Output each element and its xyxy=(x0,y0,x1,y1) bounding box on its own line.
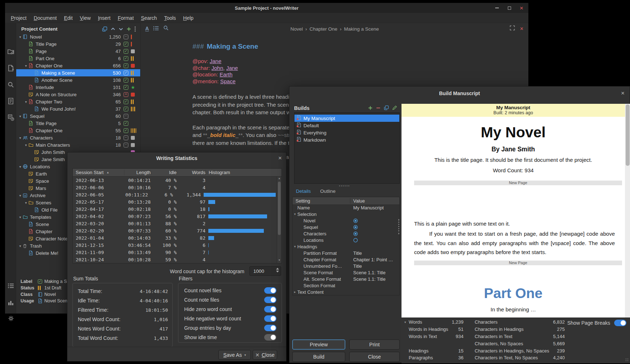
included-checkbox[interactable]: ✓ xyxy=(124,99,128,104)
setting-row-partition-format[interactable]: Partition FormatTitle xyxy=(293,250,399,256)
tag-link[interactable]: Space xyxy=(220,78,236,84)
toggle-hide-negative-word-count[interactable] xyxy=(264,315,276,322)
included-checkbox[interactable]: ✓ xyxy=(124,128,128,133)
session-row[interactable]: 2022-06-1300:14:21 40 %3 xyxy=(73,177,281,184)
close-button[interactable]: ✕Close xyxy=(253,350,277,360)
close-button[interactable]: Close xyxy=(349,352,400,362)
included-checkbox[interactable]: ✓ xyxy=(124,49,128,54)
scrollbar-handle[interactable] xyxy=(278,182,281,235)
included-checkbox[interactable]: ✓ xyxy=(124,56,128,61)
session-row[interactable]: 2022-04-0200:07:23 56 %817 xyxy=(73,213,281,220)
col-words[interactable]: Words xyxy=(177,170,205,175)
radio-novel[interactable] xyxy=(353,218,358,223)
session-row[interactable]: 2021-10-2400:10:28 59 %4 xyxy=(73,256,281,263)
setting-row-scene-format[interactable]: Scene FormatScene 1.1: Title xyxy=(293,269,399,276)
tree-row-making-a-scene[interactable]: Making a Scene 530 ✓ xyxy=(16,69,140,76)
resize-grip[interactable] xyxy=(625,358,629,362)
radio-characters[interactable] xyxy=(353,231,358,236)
print-button[interactable]: Print xyxy=(349,339,400,350)
tag-link[interactable]: Earth xyxy=(219,71,232,77)
move-up-icon[interactable] xyxy=(111,27,115,31)
outline-icon[interactable] xyxy=(7,97,15,105)
setting-row-name[interactable]: NameMy Manuscript xyxy=(293,204,399,211)
tree-row-novel[interactable]: ▾ Novel 1,250 − xyxy=(16,33,140,40)
included-checkbox[interactable]: ✓ xyxy=(124,63,128,68)
included-checkbox[interactable]: ✓ xyxy=(124,107,128,111)
save-as-button[interactable]: Save As▾ xyxy=(218,350,251,360)
tree-row-title-page[interactable]: Title Page 29 ✓ xyxy=(16,40,140,48)
tree-row-chapter-one[interactable]: ▾ Chapter One 656 ✓ xyxy=(16,62,140,69)
toggle-group-entries-by-day[interactable] xyxy=(264,325,276,331)
settings-icon[interactable] xyxy=(7,314,15,322)
expand-arrow-icon[interactable]: ▾ xyxy=(18,136,23,140)
maximize-icon[interactable] xyxy=(506,5,513,11)
show-page-breaks-toggle[interactable] xyxy=(614,320,626,326)
tree-row-part-one[interactable]: Part One 6 ✓ xyxy=(16,55,140,62)
build-export-icon[interactable] xyxy=(7,114,15,121)
session-row[interactable]: 2021-11-0900:13:49 90 %7 xyxy=(73,249,281,256)
menu-item-insert[interactable]: Insert xyxy=(94,14,114,22)
tree-row-main-characters[interactable]: ▾ Main Characters 18 − xyxy=(16,141,140,148)
setting-row-locations[interactable]: Locations xyxy=(293,237,399,243)
included-checkbox[interactable]: ✓ xyxy=(124,85,128,90)
setting-row-headings[interactable]: ▾ Headings xyxy=(293,243,399,250)
included-checkbox[interactable]: − xyxy=(124,35,128,39)
histogram-cap-spinbox[interactable]: 1000 xyxy=(249,266,281,276)
expand-arrow-icon[interactable]: ▾ xyxy=(18,215,23,219)
tree-row-a-note-on-structure[interactable]: A Note on Structure 346 × xyxy=(16,91,140,98)
session-row[interactable]: 2022-05-1700:13:28 0 %97 xyxy=(73,198,281,205)
menu-item-help[interactable]: Help xyxy=(179,14,197,22)
menu-item-project[interactable]: Project xyxy=(7,14,30,22)
tree-row-title-page[interactable]: Title Page 5 ✓ xyxy=(16,120,140,127)
session-row[interactable]: 2022-06-0600:10:16 7 %4 xyxy=(73,184,281,191)
menu-item-search[interactable]: Search xyxy=(137,14,160,22)
included-checkbox[interactable]: ✓ xyxy=(124,71,128,75)
minimize-icon[interactable] xyxy=(494,5,500,11)
build-item-my-manuscript[interactable]: My Manuscript xyxy=(294,115,399,122)
session-row[interactable]: 2022-01-0400:14:03 33 %82 xyxy=(73,234,281,241)
menu-item-edit[interactable]: Edit xyxy=(60,14,76,22)
build-item-default[interactable]: Default xyxy=(294,122,399,129)
project-tree-icon[interactable] xyxy=(7,48,15,56)
breadcrumb-item[interactable]: Chapter One xyxy=(310,26,337,32)
breadcrumb-item[interactable]: Novel xyxy=(290,26,303,32)
build-button[interactable]: Build xyxy=(292,352,345,362)
session-row[interactable]: 2022-02-2000:07:33 60 %774 xyxy=(73,227,281,234)
included-checkbox[interactable]: ✓ xyxy=(124,42,128,46)
tree-row-another-scene[interactable]: Another Scene 108 ✓ xyxy=(16,76,140,84)
expand-arrow-icon[interactable]: ▾ xyxy=(18,35,23,39)
duplicate-icon[interactable] xyxy=(384,105,389,110)
expand-arrow-icon[interactable]: ▾ xyxy=(18,244,23,248)
preview-button[interactable]: Preview xyxy=(292,339,345,350)
radio-locations[interactable] xyxy=(353,238,358,243)
breadcrumb-item[interactable]: Making a Scene xyxy=(344,26,379,32)
expand-arrow-icon[interactable]: ▾ xyxy=(23,100,28,104)
included-checkbox[interactable]: ✓ xyxy=(124,78,128,83)
expand-arrow-icon[interactable]: ▾ xyxy=(293,245,297,248)
novel-view-icon[interactable] xyxy=(7,64,15,72)
focus-mode-icon[interactable] xyxy=(510,25,515,32)
writing-stats-icon[interactable] xyxy=(7,299,15,307)
preview-scrollbar[interactable] xyxy=(625,104,630,318)
menu-item-view[interactable]: View xyxy=(76,14,94,22)
search-icon[interactable] xyxy=(7,81,15,89)
toggle-show-idle-time[interactable] xyxy=(264,334,276,341)
setting-row-sequel[interactable]: Sequel xyxy=(293,224,399,230)
edit-icon[interactable] xyxy=(392,105,397,110)
table-scrollbar[interactable]: ▲ ▼ xyxy=(277,177,281,263)
tag-link[interactable]: Jane xyxy=(210,58,222,64)
menu-item-format[interactable]: Format xyxy=(114,14,137,22)
add-icon[interactable] xyxy=(127,27,131,31)
setting-row-chapter-format[interactable]: Chapter FormatChapter 1: Point … xyxy=(293,256,399,263)
expand-arrow-icon[interactable]: ▾ xyxy=(23,64,28,68)
build-item-markdown[interactable]: Markdown xyxy=(294,136,399,143)
col-length[interactable]: Length xyxy=(124,170,151,175)
session-row[interactable]: 2022-06-0500:11:22 6 %1,344 xyxy=(73,191,281,198)
scroll-up-icon[interactable]: ▲ xyxy=(277,177,281,181)
tree-row-we-found-john[interactable]: We Found John! 37 ✓ xyxy=(16,105,140,112)
sessions-table[interactable]: Session Start▲LengthIdleWordsHistogram 2… xyxy=(72,168,282,263)
tree-row-characters[interactable]: ▾ Characters 18 − xyxy=(16,134,140,141)
expand-arrow-icon[interactable]: ▾ xyxy=(18,114,23,118)
menu-item-tools[interactable]: Tools xyxy=(160,14,179,22)
tag-link[interactable]: John xyxy=(212,65,223,71)
